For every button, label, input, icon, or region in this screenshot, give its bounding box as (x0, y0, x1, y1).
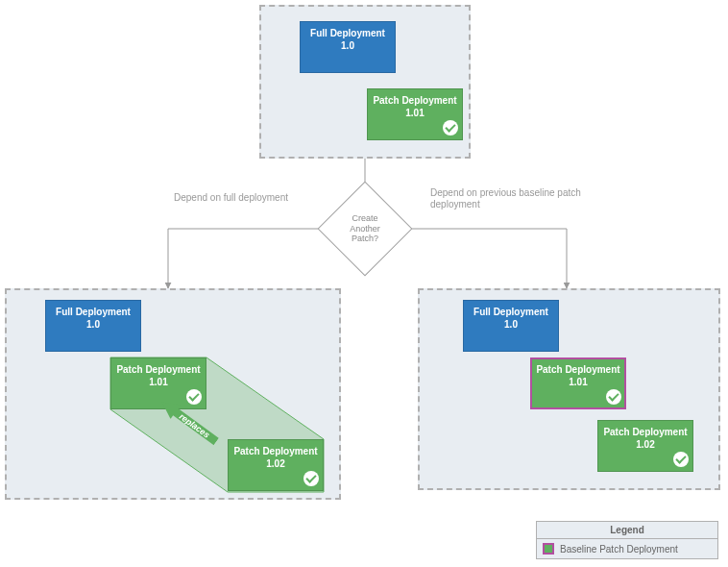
node-patch2-right: Patch Deployment 1.02 (597, 420, 693, 472)
check-icon (606, 389, 621, 405)
node-version: 1.01 (535, 377, 621, 389)
node-patch1-left: Patch Deployment 1.01 (110, 357, 206, 409)
node-version: 1.02 (602, 439, 689, 452)
node-full-left: Full Deployment 1.0 (45, 300, 141, 352)
node-version: 1.0 (468, 319, 554, 332)
legend-row: Baseline Patch Deployment (537, 539, 717, 558)
node-label: Full Deployment (50, 307, 136, 319)
node-label: Patch Deployment (535, 364, 621, 377)
node-label: Full Deployment (468, 307, 554, 319)
node-version: 1.01 (372, 108, 458, 120)
legend-title: Legend (537, 522, 717, 539)
legend-swatch-baseline (543, 543, 554, 555)
edge-label-left: Depend on full deployment (125, 192, 288, 204)
check-icon (186, 389, 202, 405)
decision-diamond: Create Another Patch? (331, 195, 399, 262)
legend: Legend Baseline Patch Deployment (536, 521, 718, 559)
node-label: Patch Deployment (602, 427, 689, 439)
node-label: Patch Deployment (115, 364, 202, 377)
top-panel: Full Deployment 1.0 Patch Deployment 1.0… (259, 5, 471, 159)
node-label: Patch Deployment (372, 95, 458, 108)
node-patch1-right-baseline: Patch Deployment 1.01 (530, 357, 626, 409)
node-patch-top: Patch Deployment 1.01 (367, 88, 463, 140)
node-version: 1.0 (304, 40, 391, 53)
check-icon (443, 120, 458, 136)
node-label: Full Deployment (304, 28, 391, 40)
decision-text: Create Another Patch? (331, 195, 399, 262)
node-patch2-left: Patch Deployment 1.02 (228, 439, 324, 491)
right-panel: Full Deployment 1.0 Patch Deployment 1.0… (418, 288, 720, 490)
node-version: 1.01 (115, 377, 202, 389)
node-version: 1.0 (50, 319, 136, 332)
check-icon (303, 471, 319, 486)
node-version: 1.02 (232, 458, 319, 471)
node-full-right: Full Deployment 1.0 (463, 300, 559, 352)
left-panel: Full Deployment 1.0 Patch Deployment 1.0… (5, 288, 341, 500)
node-full-top: Full Deployment 1.0 (300, 21, 396, 73)
legend-item-label: Baseline Patch Deployment (560, 544, 678, 555)
check-icon (673, 452, 689, 467)
node-label: Patch Deployment (232, 446, 319, 458)
edge-label-right: Depend on previous baseline patch deploy… (430, 187, 622, 210)
